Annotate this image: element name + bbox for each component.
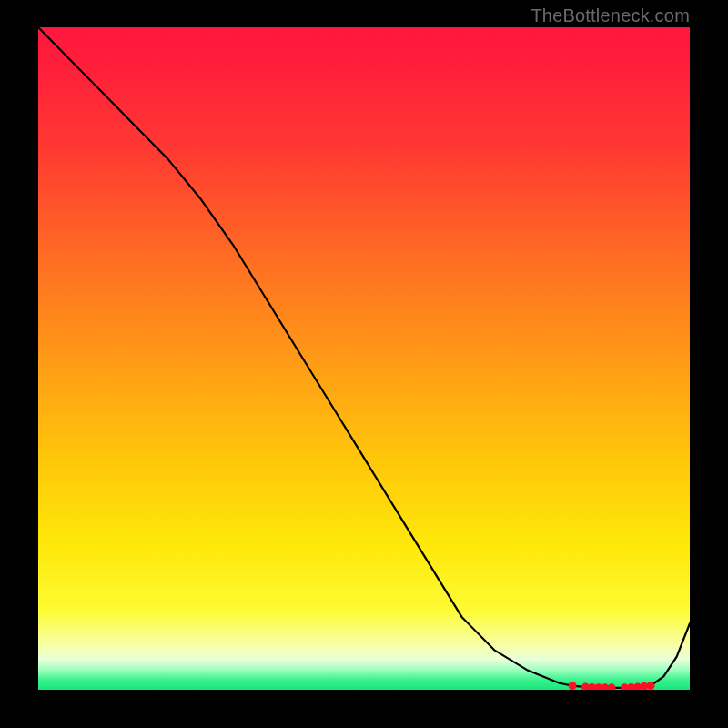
chart-marker [640, 682, 648, 690]
chart-marker [594, 683, 602, 690]
chart-series-markers [569, 682, 655, 690]
chart-marker [581, 683, 590, 690]
chart-series-line [38, 27, 690, 688]
chart-plot-area [38, 27, 690, 690]
chart-marker [621, 683, 629, 690]
chart-marker [588, 683, 596, 690]
chart-marker [647, 682, 655, 690]
watermark-text: TheBottleneck.com [531, 5, 690, 26]
chart-marker [627, 683, 635, 690]
chart-marker [569, 682, 577, 690]
chart-marker [633, 683, 642, 690]
chart-frame: TheBottleneck.com [0, 0, 728, 728]
chart-marker [608, 683, 616, 690]
chart-marker [601, 683, 609, 690]
chart-line-layer [38, 27, 690, 690]
